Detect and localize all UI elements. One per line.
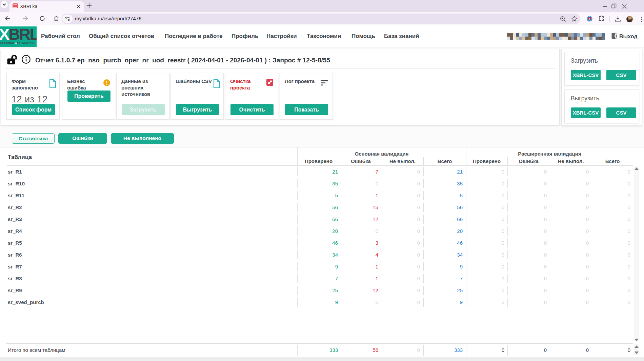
svg-text:T: T (589, 18, 590, 20)
